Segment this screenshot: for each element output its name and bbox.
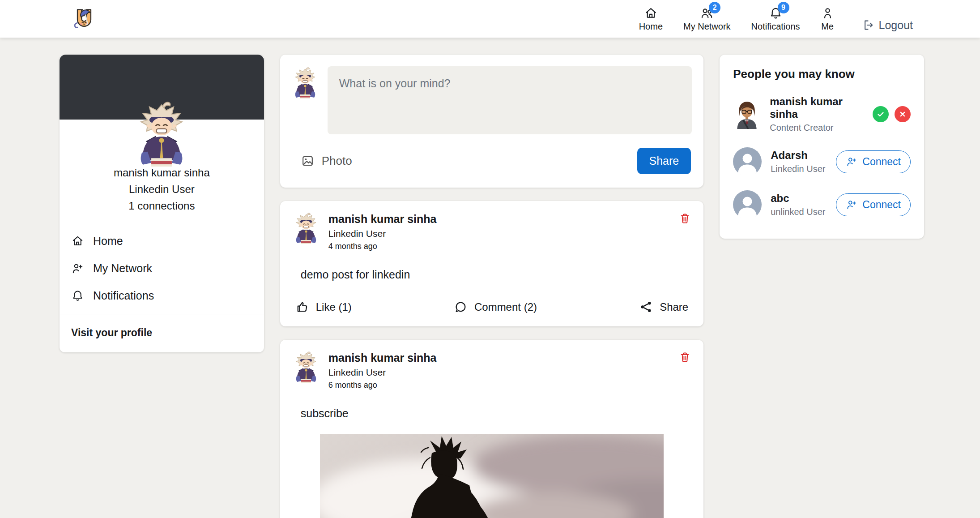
nav-label-notifications: Notifications <box>751 21 800 32</box>
composer-input[interactable] <box>328 66 692 134</box>
photo-icon <box>301 154 315 168</box>
nav-item-home[interactable]: Home <box>639 6 663 32</box>
connect-label: Connect <box>862 199 901 211</box>
composer-top <box>292 66 692 134</box>
photo-label: Photo <box>322 154 352 168</box>
feed-column: Photo Share manish kumar sinha Linkedin … <box>280 55 703 518</box>
post-composer: Photo Share <box>280 55 703 188</box>
comment-button[interactable]: Comment (2) <box>454 300 537 314</box>
post-card: manish kumar sinha Linkedin User 4 month… <box>280 201 703 326</box>
person-icon <box>821 6 835 20</box>
comment-icon <box>454 300 468 314</box>
nav-item-me[interactable]: Me <box>821 6 835 32</box>
thumbs-up-icon <box>295 300 309 314</box>
person-headline: Content Creator <box>770 123 864 133</box>
home-icon <box>71 235 84 248</box>
decline-button[interactable] <box>895 106 911 122</box>
person-name: Adarsh <box>771 149 827 162</box>
like-button[interactable]: Like (1) <box>295 300 352 314</box>
person-avatar <box>733 99 761 129</box>
person-plus-icon <box>71 262 84 275</box>
profile-avatar <box>133 99 190 167</box>
sidebar-item-notifications[interactable]: Notifications <box>71 282 264 309</box>
nav-label-me: Me <box>821 21 834 32</box>
notifications-badge: 9 <box>778 2 789 13</box>
sidebar-item-home[interactable]: Home <box>71 227 264 255</box>
people-icon: 2 <box>700 6 714 20</box>
share-action-label: Share <box>660 301 688 313</box>
logout-icon <box>861 19 874 31</box>
network-badge: 2 <box>709 2 720 13</box>
person-row: manish kumar sinha Content Creator <box>733 95 911 133</box>
person-plus-icon <box>846 156 857 167</box>
post-actions: Like (1) Comment (2) Share <box>293 300 691 314</box>
post-author-name: manish kumar sinha <box>328 213 437 226</box>
composer-toolbar: Photo Share <box>292 148 692 174</box>
sidebar-item-label: Home <box>93 235 123 248</box>
person-info: manish kumar sinha Content Creator <box>770 95 864 133</box>
like-label: Like (1) <box>316 301 352 313</box>
post-author-headline: Linkedin User <box>328 228 437 239</box>
trash-icon <box>679 212 691 225</box>
comment-label: Comment (2) <box>474 301 537 313</box>
post-author-avatar <box>293 212 320 244</box>
delete-post-button[interactable] <box>679 351 691 364</box>
visit-profile-link[interactable]: Visit your profile <box>71 327 264 339</box>
profile-name: manish kumar sinha <box>60 164 264 181</box>
delete-post-button[interactable] <box>679 212 691 225</box>
person-row: abc unlinked User Connect <box>733 190 911 219</box>
people-you-may-know-card: People you may know manish kumar sinha C… <box>720 55 924 239</box>
profile-headline: Linkedin User <box>60 181 264 197</box>
person-info: abc unlinked User <box>771 192 827 217</box>
top-navbar: Home 2 My Network 9 Notifications Me Log <box>0 0 980 38</box>
post-author-headline: Linkedin User <box>328 367 437 378</box>
bell-icon: 9 <box>769 6 783 20</box>
post-text: demo post for linkedin <box>301 268 691 281</box>
sidebar-item-label: Notifications <box>93 289 154 302</box>
default-avatar <box>733 190 762 219</box>
logout-button[interactable]: Logout <box>861 19 913 32</box>
profile-card: manish kumar sinha Linkedin User 1 conne… <box>60 55 264 352</box>
person-info: Adarsh Linkedin User <box>771 149 827 174</box>
post-timestamp: 4 months ago <box>328 242 437 251</box>
nav-label-my-network: My Network <box>683 21 731 32</box>
person-headline: unlinked User <box>771 207 827 217</box>
nav-item-my-network[interactable]: 2 My Network <box>683 6 731 32</box>
default-avatar <box>733 147 762 176</box>
person-name: abc <box>771 192 827 205</box>
photo-button[interactable]: Photo <box>301 154 352 168</box>
samurai-artwork-image <box>320 434 664 518</box>
connect-label: Connect <box>862 156 901 168</box>
bell-icon <box>71 289 84 302</box>
x-icon <box>898 110 907 119</box>
sidebar-item-my-network[interactable]: My Network <box>71 255 264 282</box>
profile-card-divider <box>60 314 264 314</box>
profile-menu: Home My Network Notifications <box>71 227 264 309</box>
person-headline: Linkedin User <box>771 164 827 174</box>
profile-connections: 1 connections <box>60 197 264 214</box>
post-header: manish kumar sinha Linkedin User 4 month… <box>293 212 691 251</box>
post-timestamp: 6 months ago <box>328 381 437 390</box>
share-action-button[interactable]: Share <box>639 300 688 314</box>
share-nodes-icon <box>639 300 653 314</box>
post-media <box>293 434 691 518</box>
share-post-button[interactable]: Share <box>637 148 691 174</box>
profile-texts: manish kumar sinha Linkedin User 1 conne… <box>60 164 264 214</box>
connect-button[interactable]: Connect <box>836 150 911 173</box>
nav-item-notifications[interactable]: 9 Notifications <box>751 6 800 32</box>
trash-icon <box>679 351 691 364</box>
connect-button[interactable]: Connect <box>836 193 911 216</box>
post-header: manish kumar sinha Linkedin User 6 month… <box>293 351 691 390</box>
person-name: manish kumar sinha <box>770 95 864 120</box>
person-row: Adarsh Linkedin User Connect <box>733 147 911 176</box>
accept-button[interactable] <box>873 106 889 122</box>
home-icon <box>644 6 658 20</box>
person-plus-icon <box>846 199 857 210</box>
check-icon <box>876 110 885 119</box>
post-text: subscribe <box>301 407 691 420</box>
invitation-actions <box>873 106 911 122</box>
post-card: manish kumar sinha Linkedin User 6 month… <box>280 340 703 518</box>
app-logo-icon[interactable] <box>72 6 97 32</box>
post-author-texts: manish kumar sinha Linkedin User 4 month… <box>328 212 437 251</box>
post-author-avatar <box>293 351 320 383</box>
